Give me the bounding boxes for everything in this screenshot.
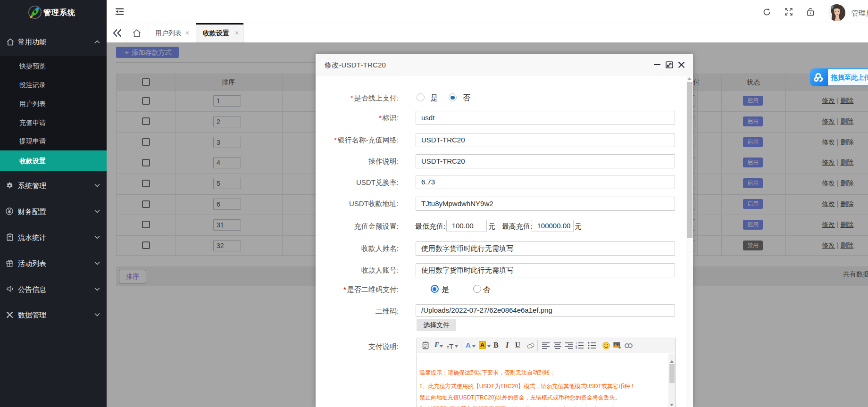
svg-text:3: 3 [576,347,577,349]
